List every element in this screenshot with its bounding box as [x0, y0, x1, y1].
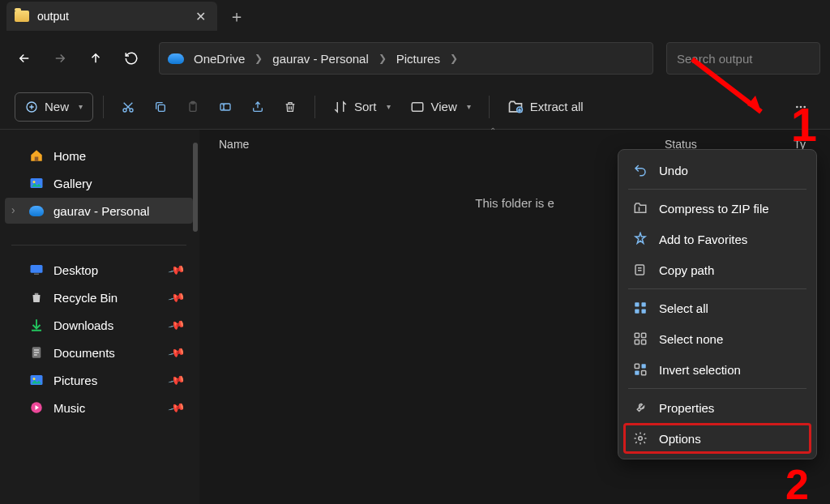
menu-item-selectall[interactable]: Select all — [623, 293, 811, 323]
up-button[interactable] — [81, 44, 110, 73]
svg-rect-32 — [635, 371, 639, 375]
separator — [11, 245, 186, 246]
music-icon — [29, 400, 44, 415]
copypath-icon — [633, 263, 648, 277]
separator — [628, 288, 806, 289]
gallery-icon — [29, 176, 44, 190]
scrollbar-thumb[interactable] — [193, 143, 198, 232]
onedrive-icon — [168, 53, 184, 64]
breadcrumb[interactable]: OneDrive ❯ gaurav - Personal ❯ Pictures … — [159, 42, 653, 75]
breadcrumb-item[interactable]: OneDrive — [189, 49, 250, 69]
menu-item-compress[interactable]: Compress to ZIP file — [623, 193, 811, 224]
tab-active[interactable]: output ✕ — [6, 2, 217, 31]
menu-item-label: Select all — [659, 301, 708, 315]
svg-rect-23 — [642, 302, 646, 306]
search-placeholder: Search output — [677, 52, 752, 66]
sort-button[interactable]: Sort ▾ — [325, 92, 399, 122]
breadcrumb-item[interactable]: gaurav - Personal — [267, 49, 373, 69]
view-button[interactable]: View ▾ — [402, 92, 479, 122]
sidebar-item-pictures[interactable]: Pictures 📌 — [5, 367, 193, 393]
sidebar-item-label: Downloads — [53, 318, 113, 332]
sidebar-item-documents[interactable]: Documents 📌 — [5, 340, 193, 365]
pin-icon — [633, 232, 648, 246]
copy-button[interactable] — [146, 92, 175, 122]
svg-point-19 — [33, 378, 36, 380]
chevron-right-icon: ❯ — [450, 53, 458, 64]
breadcrumb-item[interactable]: Pictures — [391, 49, 445, 69]
more-menu: Undo Compress to ZIP file Add to Favorit… — [618, 149, 817, 459]
menu-item-undo[interactable]: Undo — [623, 155, 811, 186]
svg-rect-22 — [635, 302, 639, 306]
menu-item-copypath[interactable]: Copy path — [623, 254, 811, 285]
refresh-button[interactable] — [117, 44, 146, 73]
new-button[interactable]: New ▾ — [15, 92, 93, 122]
chevron-down-icon: ▾ — [387, 102, 391, 111]
extract-all-button[interactable]: Extract all — [499, 92, 592, 122]
separator — [628, 388, 806, 389]
svg-rect-31 — [642, 364, 646, 368]
column-header-name[interactable]: Name — [219, 138, 665, 151]
new-tab-button[interactable]: ＋ — [229, 6, 245, 28]
rename-button[interactable] — [211, 92, 240, 122]
sidebar-item-recyclebin[interactable]: Recycle Bin 📌 — [5, 284, 193, 310]
svg-rect-33 — [642, 371, 646, 375]
pin-icon: 📌 — [167, 399, 186, 416]
chevron-down-icon: ▾ — [467, 102, 471, 111]
svg-point-1 — [123, 109, 126, 112]
sidebar-item-label: Recycle Bin — [53, 291, 118, 305]
menu-item-label: Add to Favorites — [659, 233, 747, 246]
svg-rect-27 — [642, 333, 646, 337]
sidebar-item-label: Desktop — [53, 263, 98, 277]
sidebar-item-downloads[interactable]: Downloads 📌 — [5, 312, 193, 338]
menu-item-label: Properties — [659, 401, 714, 415]
share-button[interactable] — [243, 92, 272, 122]
svg-point-9 — [796, 105, 798, 108]
downloads-icon — [29, 318, 44, 332]
nav-bar: OneDrive ❯ gaurav - Personal ❯ Pictures … — [0, 32, 830, 84]
search-input[interactable]: Search output — [666, 42, 820, 75]
back-button[interactable] — [10, 44, 39, 73]
sidebar-item-desktop[interactable]: Desktop 📌 — [5, 257, 193, 283]
pin-icon: 📌 — [167, 261, 186, 279]
svg-rect-7 — [412, 102, 423, 111]
toolbar: New ▾ Sort ▾ View ▾ Extract all — [0, 84, 830, 130]
delete-button[interactable] — [276, 92, 305, 122]
menu-item-options[interactable]: Options — [623, 423, 811, 454]
selectnone-icon — [633, 331, 648, 346]
menu-item-favorites[interactable]: Add to Favorites — [623, 224, 811, 254]
svg-point-11 — [803, 105, 806, 108]
sidebar-item-music[interactable]: Music 📌 — [5, 395, 193, 421]
sidebar-item-label: Music — [53, 401, 85, 415]
recycle-icon — [29, 290, 44, 305]
close-icon[interactable]: ✕ — [195, 9, 206, 24]
sidebar-item-label: Documents — [53, 346, 115, 360]
gear-icon — [633, 431, 648, 446]
sidebar-item-onedrive-personal[interactable]: gaurav - Personal — [5, 198, 193, 224]
menu-item-label: Copy path — [659, 263, 714, 277]
tab-bar: output ✕ ＋ — [0, 0, 830, 32]
svg-rect-15 — [31, 265, 43, 273]
sidebar-item-home[interactable]: Home — [5, 143, 193, 169]
svg-rect-16 — [34, 274, 39, 275]
separator — [103, 96, 104, 118]
sidebar-item-label: Home — [53, 149, 86, 163]
tab-title: output — [37, 10, 187, 23]
menu-item-label: Select none — [659, 332, 723, 346]
menu-item-properties[interactable]: Properties — [623, 392, 811, 423]
menu-item-selectnone[interactable]: Select none — [623, 323, 811, 354]
svg-rect-12 — [35, 157, 39, 161]
forward-button[interactable] — [45, 44, 75, 73]
cut-button[interactable] — [113, 92, 143, 122]
extract-label: Extract all — [530, 100, 584, 113]
sidebar-item-gallery[interactable]: Gallery — [5, 170, 193, 196]
pin-icon: 📌 — [167, 288, 186, 306]
menu-item-label: Compress to ZIP file — [659, 202, 769, 216]
pin-icon: 📌 — [167, 371, 186, 389]
menu-item-invert[interactable]: Invert selection — [623, 354, 811, 385]
pin-icon: 📌 — [167, 344, 186, 361]
more-button[interactable] — [786, 92, 815, 122]
chevron-right-icon: ❯ — [379, 53, 387, 64]
paste-button[interactable] — [178, 92, 208, 122]
separator — [628, 189, 806, 190]
sidebar-item-label: Gallery — [53, 177, 92, 190]
